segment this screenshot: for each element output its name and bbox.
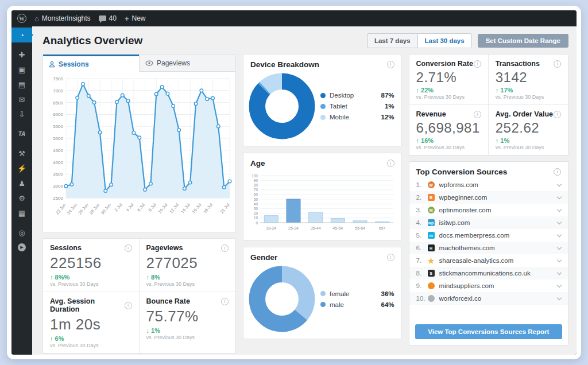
source-row[interactable]: 10.workforcexl.co [409, 292, 568, 305]
chevron-down-icon[interactable] [557, 194, 562, 199]
tab-sessions[interactable]: Sessions [43, 55, 139, 72]
device-donut-chart[interactable] [248, 72, 316, 140]
sessions-line-chart[interactable]: 2500300035004000450050005500600065007000… [43, 72, 235, 230]
chevron-down-icon[interactable] [557, 270, 562, 274]
video-icon: ▶ [18, 243, 26, 251]
chevron-down-icon[interactable] [557, 295, 562, 300]
info-icon[interactable]: i [554, 60, 561, 68]
sidebar-item-analytics[interactable]: ◎ [11, 225, 32, 240]
source-row[interactable]: 1.Wwpforms.com [409, 178, 568, 191]
info-icon[interactable]: i [387, 254, 394, 261]
chevron-down-icon[interactable] [557, 282, 562, 287]
chevron-down-icon[interactable] [557, 207, 562, 211]
info-icon[interactable]: i [125, 302, 132, 309]
source-row[interactable]: 9.mindsuppliers.com [409, 279, 568, 292]
source-row[interactable]: 6.Hmachothemes.com [409, 242, 568, 254]
age-bar-chart[interactable]: 010203040506070809010018-2425-3435-4445-… [245, 170, 399, 238]
source-row[interactable]: 8.Sstickmancommunications.co.uk [409, 267, 568, 279]
legend-dot [320, 115, 326, 120]
svg-text:6 Jul: 6 Jul [136, 202, 146, 212]
source-row[interactable]: 4.wpisitwp.com [409, 216, 568, 229]
info-icon[interactable]: i [554, 111, 561, 118]
gender-donut-chart[interactable] [248, 265, 316, 333]
sidebar-item-media[interactable]: ▣ [11, 62, 32, 77]
info-icon[interactable]: i [221, 298, 229, 305]
kpi-card-avg-session-duration: Avg. Session Durationi1m 20s↑ 6%vs. Prev… [43, 292, 140, 353]
source-row[interactable]: 3.Moptinmonster.com [409, 204, 568, 216]
sidebar-item-pages[interactable]: ▤ [11, 77, 32, 92]
svg-text:80: 80 [254, 183, 258, 187]
info-icon[interactable]: i [474, 111, 481, 118]
site-name: MonsterInsights [42, 14, 91, 22]
last-30-days-button[interactable]: Last 30 days [417, 33, 472, 48]
svg-text:7000: 7000 [53, 88, 63, 94]
kpi-label: Pageviews [146, 244, 183, 252]
info-icon[interactable]: i [221, 244, 229, 252]
legend-label: Tablet [330, 103, 347, 110]
info-icon[interactable]: i [387, 160, 394, 167]
age-card-header: Age i [243, 153, 401, 170]
source-row[interactable]: 7.★shareasale-analytics.com [409, 254, 568, 267]
svg-text:21 Jul: 21 Jul [219, 202, 231, 214]
last-7-days-button[interactable]: Last 7 days [367, 33, 417, 48]
sidebar-item-appearance[interactable]: ⇩ [11, 107, 32, 122]
admin-bar-site-link[interactable]: ⌂ MonsterInsights [34, 14, 91, 23]
sources-card-header: Top Conversion Sources i [409, 162, 568, 178]
sidebar-item-tools[interactable]: ⚒ [11, 146, 32, 161]
chevron-down-icon[interactable] [557, 257, 562, 262]
svg-text:10 Jul: 10 Jul [157, 202, 169, 214]
comments-icon: ✉ [19, 95, 25, 104]
chevron-down-icon[interactable] [557, 219, 562, 224]
kpi-value: 75.77% [146, 308, 229, 325]
sidebar-item-modules[interactable]: ▦ [11, 205, 32, 220]
sidebar-item-ta[interactable]: TA [11, 126, 32, 141]
comment-bubble-icon [99, 15, 106, 21]
kpi-value: 3142 [496, 69, 561, 86]
legend-item-female: female36% [320, 290, 394, 297]
sidebar-item-dashboard[interactable]: ◔ [11, 28, 32, 42]
source-row[interactable]: 5.mdocs.memberpress.com [409, 229, 568, 242]
view-top-conversions-report-button[interactable]: View Top Conversions Sources Report [415, 324, 562, 339]
set-custom-date-range-button[interactable]: Set Custom Date Range [478, 34, 568, 48]
kpi-trend: ↑ 1% [496, 137, 561, 144]
chevron-down-icon[interactable] [557, 244, 562, 249]
kpi-trend: ↑ 8% [146, 274, 229, 281]
info-icon[interactable]: i [387, 61, 394, 68]
device-breakdown-card: Device Breakdown i Desktop87%Tablet1%Mob… [243, 54, 402, 146]
source-row[interactable]: 2.Bwpbeginner.com [409, 191, 568, 204]
column-middle: Device Breakdown i Desktop87%Tablet1%Mob… [243, 54, 402, 339]
info-icon[interactable]: i [125, 244, 132, 252]
kpi-compare: vs. Previous 30 Days [416, 94, 481, 100]
sidebar-item-plugins[interactable]: ⚡ [11, 161, 32, 176]
wordpress-logo-icon[interactable]: W [17, 14, 26, 23]
source-domain: isitwp.com [439, 219, 470, 226]
source-rank: 6. [416, 244, 428, 251]
age-card: Age i 010203040506070809010018-2425-3435… [243, 153, 402, 240]
kpi-label: Avg. Order Value [496, 110, 553, 118]
kpi-label: Avg. Session Duration [50, 297, 125, 313]
sidebar-item-users[interactable]: ♟ [11, 176, 32, 191]
info-icon[interactable]: i [474, 60, 481, 68]
legend-value: 87% [381, 92, 394, 99]
sessions-chart-card: Sessions Pageviews [42, 54, 236, 233]
legend-value: 36% [381, 290, 394, 297]
kpi-header: Bounce Ratei [146, 297, 229, 305]
sidebar-item-comments[interactable]: ✉ [11, 92, 32, 107]
admin-bar-new[interactable]: + New [125, 14, 146, 23]
sidebar-item-video[interactable]: ▶ [11, 240, 32, 255]
source-domain: shareasale-analytics.com [439, 257, 514, 264]
tools-icon: ⚒ [18, 149, 25, 158]
admin-bar-comments[interactable]: 40 [99, 14, 117, 22]
person-icon [49, 61, 55, 68]
legend-dot [320, 93, 326, 98]
tab-pageviews[interactable]: Pageviews [139, 55, 235, 72]
kpi-label: Sessions [50, 244, 82, 252]
chevron-down-icon[interactable] [557, 181, 562, 186]
kpi-header: Pageviewsi [146, 244, 229, 252]
info-icon[interactable]: i [554, 168, 561, 176]
age-card-title: Age [250, 159, 265, 168]
chevron-down-icon[interactable] [557, 232, 562, 236]
sources-list: 1.Wwpforms.com2.Bwpbeginner.com3.Moptinm… [409, 178, 568, 320]
sidebar-item-pin[interactable]: ✚ [11, 47, 32, 62]
sidebar-item-settings[interactable]: ⚙ [11, 191, 32, 205]
